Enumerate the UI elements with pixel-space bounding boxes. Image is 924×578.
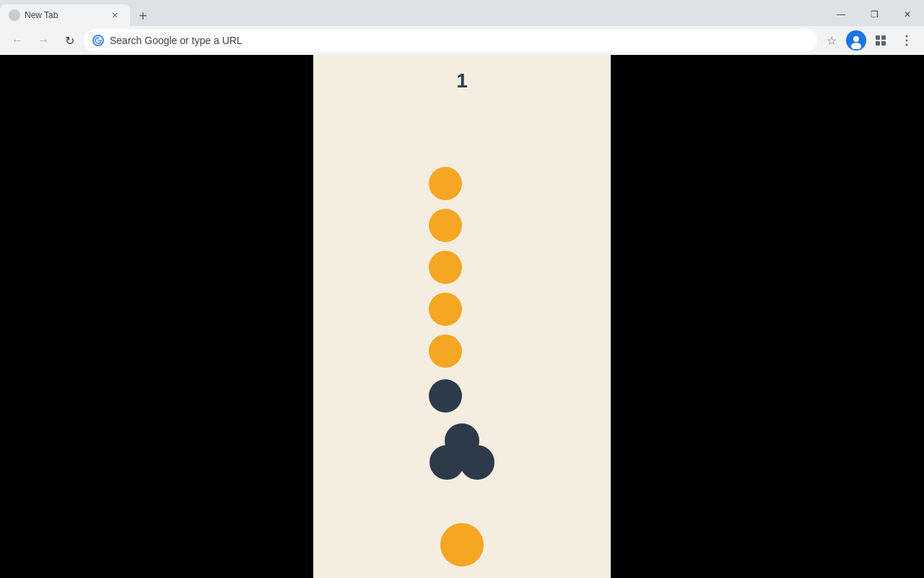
address-bar[interactable]: Search Google or type a URL bbox=[84, 29, 817, 52]
svg-point-9 bbox=[906, 44, 908, 46]
page-content: 1 bbox=[0, 55, 924, 578]
forward-button[interactable]: → bbox=[32, 29, 55, 52]
game-panel[interactable]: 1 bbox=[313, 55, 611, 578]
left-panel bbox=[0, 55, 313, 578]
svg-point-7 bbox=[906, 35, 908, 38]
browser-toolbar: ← → ↻ Search Google or type a URL ☆ bbox=[0, 26, 924, 55]
google-logo bbox=[92, 35, 104, 46]
menu-button[interactable] bbox=[895, 29, 918, 52]
dot-dark-single bbox=[429, 379, 462, 413]
dot-orange-1 bbox=[429, 167, 462, 200]
svg-point-1 bbox=[853, 36, 859, 42]
dot-orange-2 bbox=[429, 209, 462, 242]
tab-close-button[interactable]: × bbox=[108, 9, 121, 22]
player-ball bbox=[440, 523, 484, 566]
profile-icon[interactable] bbox=[846, 30, 866, 51]
dot-cluster bbox=[430, 423, 494, 481]
score-display: 1 bbox=[456, 69, 468, 92]
window-controls: — ❐ ✕ bbox=[824, 3, 924, 26]
svg-rect-5 bbox=[876, 41, 880, 46]
svg-rect-6 bbox=[881, 41, 886, 46]
maximize-button[interactable]: ❐ bbox=[858, 3, 891, 26]
svg-point-8 bbox=[906, 40, 908, 42]
extensions-button[interactable] bbox=[869, 29, 892, 52]
dot-orange-5 bbox=[429, 335, 462, 368]
tab-bar: New Tab × + — ❐ ✕ bbox=[0, 0, 924, 26]
tab-title: New Tab bbox=[25, 10, 103, 20]
new-tab-button[interactable]: + bbox=[133, 6, 153, 26]
browser-chrome: New Tab × + — ❐ ✕ ← → ↻ Search Google or… bbox=[0, 0, 924, 55]
close-button[interactable]: ✕ bbox=[891, 3, 924, 26]
minimize-button[interactable]: — bbox=[824, 3, 858, 26]
active-tab[interactable]: New Tab × bbox=[0, 4, 130, 26]
address-text: Search Google or type a URL bbox=[110, 35, 808, 46]
right-panel bbox=[611, 55, 924, 578]
tab-favicon bbox=[9, 9, 20, 21]
back-button[interactable]: ← bbox=[6, 29, 29, 52]
reload-button[interactable]: ↻ bbox=[58, 29, 81, 52]
dot-orange-4 bbox=[429, 293, 462, 326]
game-area: 1 bbox=[313, 55, 611, 578]
svg-rect-3 bbox=[876, 35, 880, 40]
dot-orange-3 bbox=[429, 251, 462, 284]
bookmark-button[interactable]: ☆ bbox=[820, 29, 843, 52]
svg-point-2 bbox=[851, 43, 861, 49]
svg-rect-4 bbox=[881, 35, 886, 40]
toolbar-right: ☆ bbox=[820, 29, 918, 52]
